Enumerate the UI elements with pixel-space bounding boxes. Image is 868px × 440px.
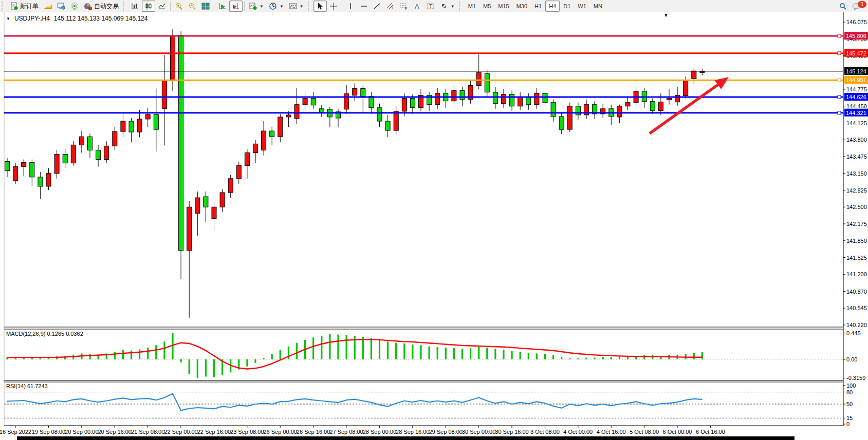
candle-body	[113, 131, 117, 146]
price-tick-label: 142.175	[846, 221, 867, 227]
candle-body	[502, 94, 506, 104]
time-axis-label: 6 Oct 16:00	[696, 429, 725, 435]
candle-body	[493, 92, 497, 104]
time-axis-label: 4 Oct 16:00	[597, 429, 626, 435]
trading-terminal-window: 新订单 自动交易	[0, 0, 868, 440]
price-tick-label: 143.475	[846, 154, 867, 160]
candle-body	[667, 99, 672, 100]
price-level-tag-label: 145.124	[846, 68, 866, 74]
price-level-tag-label: 144.626	[846, 94, 866, 100]
candle-body	[294, 105, 299, 119]
chart-shift-marker-icon[interactable]: ▼	[664, 13, 669, 18]
candle-body	[179, 35, 183, 251]
price-tick-label: 141.850	[846, 238, 867, 244]
price-tick-label: 144.450	[846, 103, 867, 109]
time-axis-label: 29 Sep 08:00	[429, 429, 462, 435]
rsi-tick-label: 15	[846, 415, 853, 421]
candle-body	[171, 36, 175, 81]
price-tick-label: 141.525	[846, 255, 867, 261]
candle-body	[88, 137, 93, 150]
candle-body	[286, 115, 291, 117]
rsi-tick-label: 0	[846, 421, 849, 427]
time-axis-label: 27 Sep 08:00	[329, 429, 363, 435]
candle-body	[402, 99, 407, 111]
price-tick-label: 143.150	[846, 170, 867, 177]
time-axis-label: 16 Sep 2022	[0, 429, 31, 435]
price-tick-label: 142.500	[846, 204, 867, 210]
candle-body	[104, 146, 109, 159]
time-axis-label: 6 Oct 00:00	[663, 429, 692, 435]
bottom-black-bar	[17, 436, 795, 440]
candle-body	[625, 103, 630, 106]
candle-body	[129, 121, 134, 132]
time-axis-label: 30 Sep 00:00	[462, 429, 495, 435]
time-axis-label: 26 Sep 00:00	[263, 429, 297, 435]
candle-body	[576, 106, 580, 115]
time-axis-label: 23 Sep 08:00	[230, 429, 264, 435]
candle-body	[278, 117, 283, 137]
price-level-tag-label: 145.472	[846, 50, 866, 56]
time-axis-label: 4 Oct 00:00	[563, 429, 593, 435]
candle-body	[30, 163, 34, 177]
candle-body	[236, 166, 241, 179]
time-axis-label: 28 Sep 00:00	[363, 429, 396, 435]
price-tick-label: 144.775	[846, 86, 867, 92]
chart-title: ▼ USDJPY-,H4 145.112 145.133 145.069 145…	[6, 15, 147, 22]
macd-tick-label: 0.00	[846, 356, 857, 362]
candle-body	[526, 98, 531, 105]
price-level-tag-label: 145.806	[846, 33, 866, 39]
macd-indicator-label: MACD(12,26,9) 0.1265 0.0362	[6, 331, 83, 337]
candle-body	[650, 102, 655, 111]
candle-body	[212, 207, 216, 218]
candle-body	[228, 179, 233, 193]
candle-body	[54, 154, 59, 173]
time-axis-label: 28 Sep 16:00	[396, 429, 429, 435]
candle-body	[220, 193, 225, 207]
rsi-tick-label: 100	[846, 382, 856, 389]
candle-body	[460, 91, 465, 100]
candle-body	[385, 121, 390, 130]
candle-body	[154, 114, 158, 129]
candle-body	[410, 99, 415, 108]
candle-body	[270, 131, 274, 137]
price-tick-label: 146.075	[846, 19, 867, 25]
time-axis-label: 19 Sep 08:00	[32, 429, 65, 435]
candle-body	[344, 94, 349, 109]
candle-body	[617, 106, 622, 117]
price-tick-label: 144.125	[846, 120, 867, 126]
level-line-handle[interactable]	[838, 79, 841, 82]
candle-body	[394, 111, 398, 130]
level-line-handle[interactable]	[838, 34, 841, 37]
price-level-tag-label: 144.321	[846, 110, 866, 116]
macd-tick-label: -0.3159	[846, 375, 865, 381]
time-axis-label: 5 Oct 08:00	[630, 429, 659, 435]
candle-body	[510, 94, 514, 106]
candle-body	[13, 167, 18, 181]
price-chart-canvas[interactable]: 146.075145.750145.425144.775144.450144.1…	[0, 0, 868, 440]
candle-body	[204, 197, 208, 207]
candle-body	[369, 97, 374, 108]
time-axis-label: 21 Sep 08:00	[131, 429, 164, 435]
price-tick-label: 142.825	[846, 187, 867, 194]
candle-body	[534, 93, 539, 105]
level-line-handle[interactable]	[838, 95, 841, 99]
candle-body	[187, 207, 192, 251]
candle-body	[377, 108, 382, 121]
ohlc-readout: 145.112 145.133 145.069 145.124	[54, 15, 148, 22]
chart-background	[0, 12, 868, 440]
candle-body	[518, 98, 523, 106]
level-line-handle[interactable]	[838, 111, 841, 114]
one-click-collapse-icon[interactable]: ▼	[6, 16, 10, 21]
rsi-tick-label: 50	[846, 401, 853, 407]
time-axis-label: 22 Sep 00:00	[164, 429, 197, 435]
candle-body	[121, 121, 125, 131]
price-tick-label: 143.800	[846, 137, 867, 143]
time-axis-label: 20 Sep 16:00	[98, 429, 131, 435]
candle-body	[79, 137, 84, 145]
candle-body	[71, 145, 76, 163]
candle-body	[137, 119, 142, 132]
rsi-tick-label: 80	[846, 389, 853, 395]
price-level-tag-label: 144.951	[846, 77, 866, 83]
candle-body	[303, 99, 307, 105]
level-line-handle[interactable]	[838, 52, 841, 55]
